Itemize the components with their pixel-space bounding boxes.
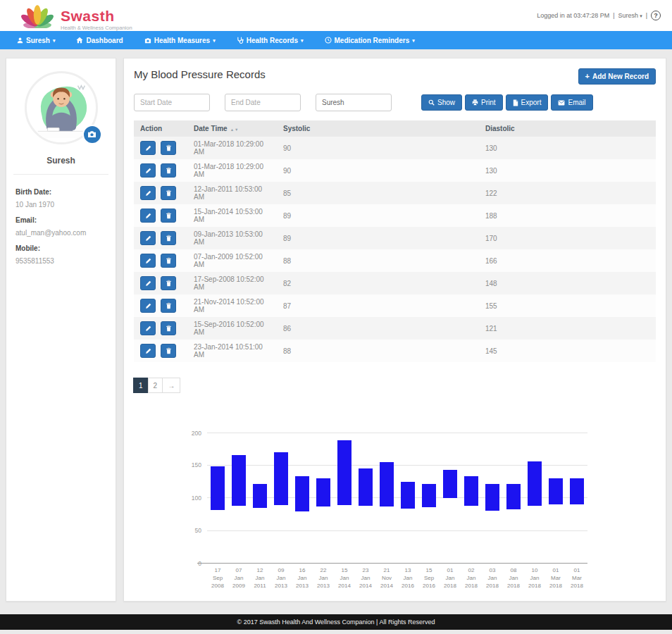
edit-record-button[interactable] <box>140 276 156 290</box>
delete-record-button[interactable] <box>161 276 176 290</box>
action-cell <box>134 182 187 204</box>
nav-item-medication-reminders[interactable]: Medication Reminders▾ <box>325 37 415 44</box>
table-row: 21-Nov-2014 10:52:00 AM87155 <box>134 294 656 317</box>
nav-item-health-measures[interactable]: Health Measures▾ <box>144 37 216 44</box>
edit-record-button[interactable] <box>140 254 156 268</box>
export-button[interactable]: Export <box>506 94 549 111</box>
systolic-cell: 88 <box>277 249 479 272</box>
brand-logo: Swasth Health & Wellness Companion <box>20 0 132 31</box>
footer: © 2017 Swasth Health And Wellness Compan… <box>0 614 672 630</box>
edit-record-button[interactable] <box>140 299 156 313</box>
change-photo-button[interactable] <box>82 125 102 144</box>
date-time-cell: 21-Nov-2014 10:52:00 AM <box>187 294 277 317</box>
pencil-icon <box>145 233 151 244</box>
systolic-cell: 86 <box>277 317 479 340</box>
table-row: 23-Jan-2014 10:51:00 AM88145 <box>134 340 656 362</box>
edit-record-button[interactable] <box>140 163 156 178</box>
delete-record-button[interactable] <box>161 299 176 313</box>
user-menu[interactable]: Suresh ▾ <box>618 12 642 19</box>
x-tick-label: 07Jan2009 <box>228 567 249 590</box>
table-row: 01-Mar-2018 10:29:00 AM90130 <box>134 159 656 182</box>
pencil-icon <box>145 143 151 154</box>
delete-record-button[interactable] <box>161 254 176 268</box>
end-date-input[interactable] <box>225 94 301 111</box>
nav-item-health-records[interactable]: Health Records▾ <box>237 37 304 44</box>
profile-field-value: 10 Jan 1970 <box>15 201 106 209</box>
pagination-page-1[interactable]: 1 <box>133 378 149 393</box>
help-icon[interactable]: ? <box>651 11 661 20</box>
name-filter-input[interactable] <box>316 94 392 111</box>
pencil-icon <box>145 346 151 356</box>
pencil-icon <box>145 211 151 221</box>
delete-record-button[interactable] <box>161 209 176 223</box>
column-header-date-time[interactable]: Date Time▲▼ <box>187 120 277 137</box>
pencil-icon <box>145 323 151 334</box>
pagination-next-button[interactable]: → <box>162 378 180 393</box>
pagination-page-2[interactable]: 2 <box>148 378 163 393</box>
login-status: Logged in at 03:47:28 PM <box>537 12 609 19</box>
edit-record-button[interactable] <box>140 186 156 200</box>
diastolic-cell: 121 <box>479 317 656 340</box>
email-button[interactable]: Email <box>551 94 592 111</box>
export-file-icon <box>513 99 518 106</box>
edit-record-button[interactable] <box>140 141 156 155</box>
systolic-cell: 85 <box>277 182 479 204</box>
delete-record-button[interactable] <box>161 141 176 155</box>
x-tick-label: 12Jan2011 <box>249 567 270 590</box>
x-tick-label: 01Mar2018 <box>566 567 587 590</box>
add-new-record-button[interactable]: + Add New Record <box>578 68 656 85</box>
profile-fields: Birth Date:10 Jan 1970Email:atul_man@yah… <box>6 175 116 271</box>
table-row: 12-Jan-2011 10:53:00 AM85122 <box>134 182 656 204</box>
trash-icon <box>166 211 172 221</box>
x-tick-label: 21Nov2014 <box>376 567 397 590</box>
chart-bar <box>506 484 521 509</box>
edit-record-button[interactable] <box>140 209 156 223</box>
chart-bar <box>274 452 288 505</box>
pencil-icon <box>145 256 151 266</box>
edit-record-button[interactable] <box>140 344 156 358</box>
table-row: 17-Sep-2008 10:52:00 AM82148 <box>134 272 656 294</box>
date-time-cell: 15-Sep-2016 10:52:00 AM <box>187 317 277 340</box>
x-tick-label: 13Jan2016 <box>397 567 418 590</box>
brand-subtitle: Health & Wellness Companion <box>61 25 132 31</box>
profile-field-value: 9535811553 <box>15 257 106 265</box>
table-row: 15-Sep-2016 10:52:00 AM86121 <box>134 317 656 340</box>
medication-icon <box>325 37 332 44</box>
x-tick-label: 17Sep2008 <box>207 567 228 590</box>
x-tick-label: 16Jan2013 <box>292 567 313 590</box>
lotus-flower-icon <box>20 0 55 31</box>
edit-record-button[interactable] <box>140 321 156 335</box>
x-tick-label: 15Jan2014 <box>334 567 355 590</box>
navbar: Suresh▾DashboardHealth Measures▾Health R… <box>0 31 672 49</box>
bp-chart: 050100150200 17Sep200807Jan200912Jan2011… <box>183 433 656 590</box>
profile-field-value: atul_man@yahoo.com <box>15 229 106 237</box>
chart-bar <box>422 484 436 507</box>
caret-down-icon: ▾ <box>213 38 216 43</box>
column-header-systolic: Systolic <box>277 120 479 137</box>
login-info: Logged in at 03:47:28 PM | Suresh ▾ | ? <box>537 11 661 20</box>
profile-field-label: Birth Date: <box>15 188 106 196</box>
date-time-cell: 12-Jan-2011 10:53:00 AM <box>187 182 277 204</box>
print-button[interactable]: Print <box>465 94 503 111</box>
delete-record-button[interactable] <box>161 231 176 245</box>
profile-sidebar: Suresh Birth Date:10 Jan 1970Email:atul_… <box>6 58 116 602</box>
pencil-icon <box>145 278 151 289</box>
delete-record-button[interactable] <box>161 163 176 178</box>
plus-icon: + <box>585 73 590 80</box>
chart-bar <box>211 466 225 509</box>
diastolic-cell: 188 <box>479 204 656 227</box>
chart-bar <box>253 484 267 508</box>
date-time-cell: 01-Mar-2018 10:29:00 AM <box>187 159 277 182</box>
caret-down-icon: ▾ <box>640 13 642 18</box>
edit-record-button[interactable] <box>140 231 156 245</box>
diastolic-cell: 130 <box>479 159 656 182</box>
delete-record-button[interactable] <box>161 344 176 358</box>
delete-record-button[interactable] <box>161 321 176 335</box>
start-date-input[interactable] <box>134 94 210 111</box>
show-button[interactable]: Show <box>421 94 462 111</box>
action-cell <box>134 340 187 362</box>
delete-record-button[interactable] <box>161 186 176 200</box>
action-cell <box>134 317 187 340</box>
nav-item-suresh[interactable]: Suresh▾ <box>17 37 55 44</box>
nav-item-dashboard[interactable]: Dashboard <box>76 37 123 44</box>
